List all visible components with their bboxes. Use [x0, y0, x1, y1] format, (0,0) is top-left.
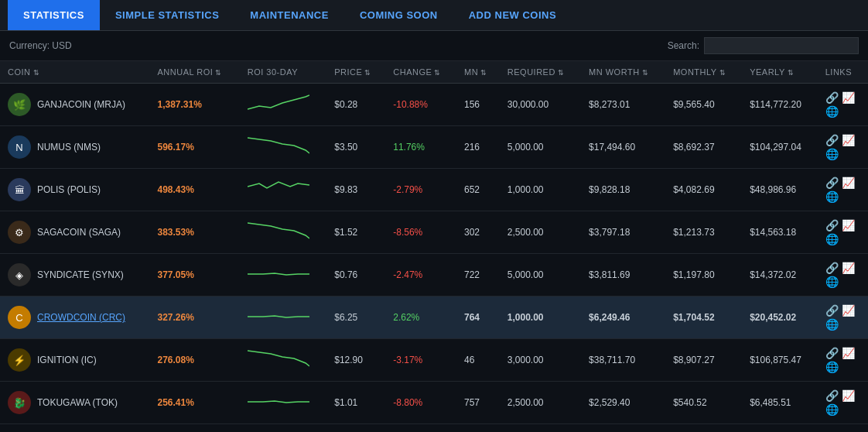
- mn-worth-cell: $2,529.40: [581, 382, 665, 424]
- mn-cell: 46: [456, 339, 500, 382]
- coin-name: TOKUGAWA (TOK): [37, 397, 118, 408]
- annual-roi-value: 377.05%: [157, 269, 193, 280]
- price-value: $12.90: [334, 355, 363, 365]
- chain-link-icon[interactable]: 🔗: [825, 177, 839, 189]
- toolbar: Currency: USD Search:: [0, 31, 868, 61]
- web-link-icon[interactable]: 🌐: [825, 276, 839, 288]
- monthly-cell: $8,907.27: [665, 339, 742, 382]
- table-row: 🌿 GANJACOIN (MRJA) 1,387.31% $0.28 -10.8…: [0, 84, 868, 126]
- web-link-icon[interactable]: 🌐: [825, 148, 839, 160]
- change-cell: -8.56%: [385, 211, 456, 254]
- chart-link-icon[interactable]: 📈: [842, 219, 855, 231]
- price-cell: $0.76: [326, 254, 385, 297]
- yearly-value: $20,452.02: [750, 312, 796, 323]
- change-cell: -2.79%: [385, 169, 456, 211]
- chart-link-icon[interactable]: 📈: [842, 91, 855, 104]
- monthly-value: $1,704.52: [673, 312, 714, 323]
- chain-link-icon[interactable]: 🔗: [825, 134, 839, 146]
- tab-add-new-coins[interactable]: ADD NEW COINS: [453, 0, 572, 30]
- price-cell: $3.50: [326, 126, 385, 169]
- annual-roi-value: 1,387.31%: [157, 99, 201, 110]
- chart-link-icon[interactable]: 📈: [842, 177, 855, 189]
- price-cell: $1.52: [326, 211, 385, 254]
- chain-link-icon[interactable]: 🔗: [825, 262, 839, 274]
- col-required[interactable]: REQUIRED⇅: [500, 61, 581, 84]
- tab-statistics[interactable]: STATISTICS: [8, 0, 100, 30]
- coin-name-link[interactable]: CROWDCOIN (CRC): [37, 312, 125, 323]
- yearly-cell: $20,452.02: [742, 297, 818, 339]
- coin-cell: 🐉 TOKUGAWA (TOK): [0, 382, 149, 424]
- chart-link-icon[interactable]: 📈: [842, 389, 855, 402]
- mn-worth-cell: $17,494.60: [581, 126, 665, 169]
- change-value: -2.79%: [393, 184, 422, 195]
- table-row: ⚙ SAGACOIN (SAGA) 383.53% $1.52 -8.56% 3…: [0, 211, 868, 254]
- change-value: 11.76%: [393, 142, 425, 153]
- table-row: 🏛 POLIS (POLIS) 498.43% $9.83 -2.79% 652…: [0, 169, 868, 211]
- change-value: 2.62%: [393, 312, 419, 323]
- price-cell: $9.83: [326, 169, 385, 211]
- mn-worth-value: $38,711.70: [589, 355, 635, 365]
- web-link-icon[interactable]: 🌐: [825, 233, 839, 245]
- search-input[interactable]: [704, 37, 859, 54]
- required-value: 1,000.00: [507, 184, 544, 195]
- web-link-icon[interactable]: 🌐: [825, 403, 839, 416]
- links-cell: 🔗 📈 🌐: [818, 339, 868, 382]
- change-cell: -3.17%: [385, 339, 456, 382]
- tab-coming-soon[interactable]: COMING SOON: [344, 0, 453, 30]
- coin-cell: 🏛 POLIS (POLIS): [0, 169, 149, 211]
- annual-roi-cell: 596.17%: [149, 126, 239, 169]
- currency-label: Currency: USD: [9, 40, 72, 51]
- col-annual-roi[interactable]: ANNUAL ROI⇅: [149, 61, 239, 84]
- tab-simple-statistics[interactable]: SIMPLE STATISTICS: [100, 0, 234, 30]
- chart-link-icon[interactable]: 📈: [842, 347, 855, 359]
- chart-link-icon[interactable]: 📈: [842, 262, 855, 274]
- tab-maintenance[interactable]: MAINTENANCE: [234, 0, 344, 30]
- chart-link-icon[interactable]: 📈: [842, 304, 855, 317]
- chain-link-icon[interactable]: 🔗: [825, 304, 839, 317]
- chain-link-icon[interactable]: 🔗: [825, 347, 839, 359]
- mn-worth-value: $8,273.01: [589, 99, 630, 110]
- chart-link-icon[interactable]: 📈: [842, 134, 855, 146]
- col-price[interactable]: PRICE⇅: [326, 61, 385, 84]
- coins-table: COIN⇅ ANNUAL ROI⇅ ROI 30-DAY PRICE⇅ CHAN…: [0, 61, 868, 424]
- monthly-cell: $4,082.69: [665, 169, 742, 211]
- web-link-icon[interactable]: 🌐: [825, 361, 839, 373]
- col-monthly[interactable]: MONTHLY⇅: [665, 61, 742, 84]
- table-row: ◈ SYNDICATE (SYNX) 377.05% $0.76 -2.47% …: [0, 254, 868, 297]
- yearly-value: $114,772.20: [750, 99, 801, 110]
- change-value: -8.80%: [393, 397, 422, 408]
- coin-name: NUMUS (NMS): [37, 142, 101, 153]
- web-link-icon[interactable]: 🌐: [825, 190, 839, 203]
- annual-roi-value: 327.26%: [157, 312, 193, 323]
- required-cell: 5,000.00: [500, 126, 581, 169]
- col-yearly[interactable]: YEARLY⇅: [742, 61, 818, 84]
- col-roi-30day[interactable]: ROI 30-DAY: [240, 61, 326, 84]
- col-mn[interactable]: MN⇅: [456, 61, 500, 84]
- links-cell: 🔗 📈 🌐: [818, 211, 868, 254]
- links-cell: 🔗 📈 🌐: [818, 254, 868, 297]
- col-change[interactable]: CHANGE⇅: [385, 61, 456, 84]
- chain-link-icon[interactable]: 🔗: [825, 91, 839, 104]
- annual-roi-cell: 1,387.31%: [149, 84, 239, 126]
- web-link-icon[interactable]: 🌐: [825, 105, 839, 118]
- price-cell: $1.01: [326, 382, 385, 424]
- chain-link-icon[interactable]: 🔗: [825, 389, 839, 402]
- price-value: $6.25: [334, 312, 357, 323]
- mn-worth-value: $3,811.69: [589, 269, 630, 280]
- col-mn-worth[interactable]: MN WORTH⇅: [581, 61, 665, 84]
- required-value: 30,000.00: [507, 99, 548, 110]
- coin-name: SAGACOIN (SAGA): [37, 227, 121, 238]
- annual-roi-value: 383.53%: [157, 227, 193, 238]
- chain-link-icon[interactable]: 🔗: [825, 219, 839, 231]
- required-value: 3,000.00: [507, 355, 544, 365]
- annual-roi-value: 498.43%: [157, 184, 193, 195]
- web-link-icon[interactable]: 🌐: [825, 318, 839, 331]
- col-coin[interactable]: COIN⇅: [0, 61, 149, 84]
- links-cell: 🔗 📈 🌐: [818, 382, 868, 424]
- price-value: $9.83: [334, 184, 357, 195]
- coin-cell: ⚡ IGNITION (IC): [0, 339, 149, 382]
- mn-worth-value: $6,249.46: [589, 312, 630, 323]
- mn-worth-value: $3,797.18: [589, 227, 630, 238]
- mn-value: 764: [464, 312, 480, 323]
- mn-cell: 757: [456, 382, 500, 424]
